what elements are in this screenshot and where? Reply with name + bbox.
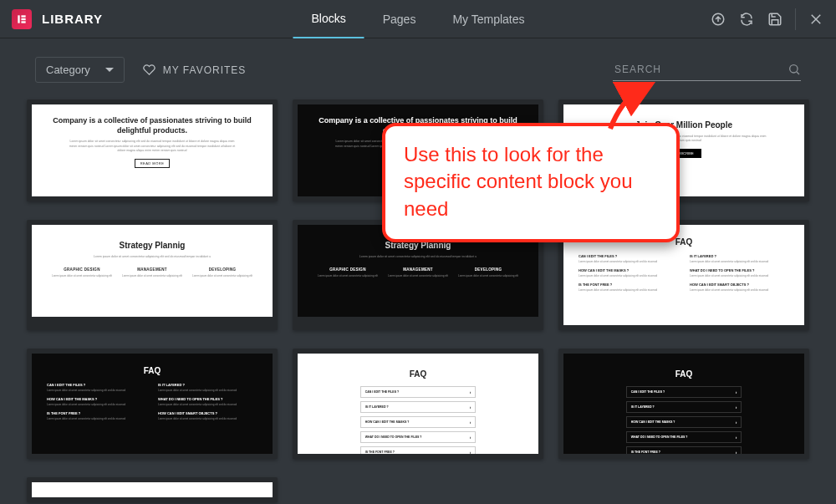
upload-icon[interactable] (710, 11, 726, 28)
svg-rect-1 (21, 15, 25, 17)
search-field[interactable] (613, 59, 801, 81)
header-tabs: Blocks Pages My Templates (293, 0, 543, 38)
elementor-logo-icon (12, 9, 32, 29)
template-card[interactable]: FAQCAN I EDIT THE FILES ?IS IT LAYERED ?… (558, 349, 809, 459)
tab-pages[interactable]: Pages (364, 0, 435, 38)
svg-line-8 (797, 72, 799, 74)
template-card[interactable]: Company is a collective of passionates s… (27, 99, 278, 201)
tab-my-templates[interactable]: My Templates (434, 0, 543, 38)
category-select[interactable]: Category (35, 57, 125, 83)
template-card[interactable] (27, 477, 278, 502)
header-actions (710, 8, 824, 30)
annotation-callout: Use this to look for the specific conten… (382, 123, 680, 242)
separator (795, 8, 796, 30)
filter-toolbar: Category MY FAVORITES (0, 38, 836, 91)
category-select-label: Category (46, 64, 90, 76)
header-bar: LIBRARY Blocks Pages My Templates (0, 0, 836, 38)
template-card[interactable]: Strategy PlannigLorem ipsum dolor sit am… (27, 220, 278, 330)
svg-rect-0 (18, 15, 19, 23)
search-input[interactable] (613, 59, 788, 80)
tab-blocks[interactable]: Blocks (293, 0, 364, 38)
my-favorites-button[interactable]: MY FAVORITES (143, 64, 247, 76)
chevron-down-icon (105, 68, 114, 72)
sync-icon[interactable] (738, 11, 755, 28)
close-icon[interactable] (808, 11, 824, 28)
save-icon[interactable] (767, 11, 783, 28)
svg-point-7 (790, 65, 798, 73)
heart-icon (143, 64, 155, 76)
my-favorites-label: MY FAVORITES (163, 64, 247, 76)
svg-rect-3 (21, 21, 25, 23)
header-title: LIBRARY (42, 12, 103, 26)
search-icon (788, 63, 801, 76)
template-card[interactable]: FAQCAN I EDIT THE FILES ?Lorem ipsum dol… (27, 349, 278, 459)
template-card[interactable]: FAQCAN I EDIT THE FILES ?IS IT LAYERED ?… (293, 349, 543, 459)
annotation-text: Use this to look for the specific conten… (404, 141, 658, 222)
svg-rect-2 (21, 18, 25, 19)
